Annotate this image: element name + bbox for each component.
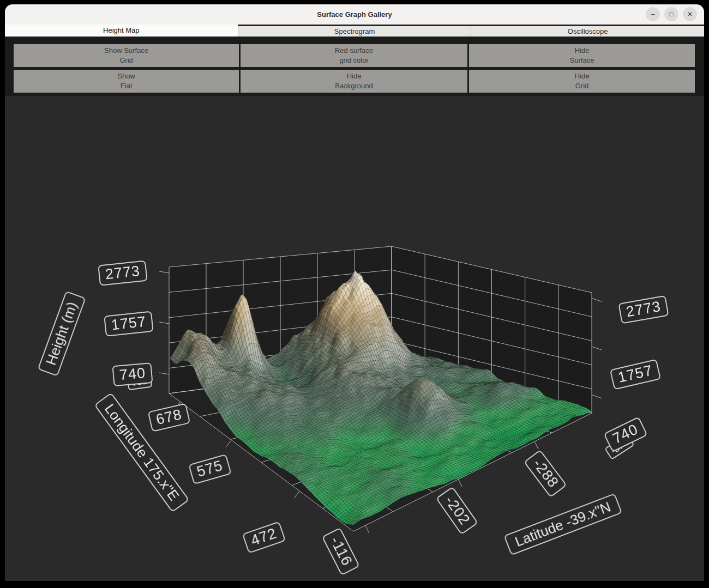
tab-bar: Height Map Spectrogram Oscilloscope [5, 25, 704, 37]
toolbar: Show Surface Grid Red surface grid color… [5, 37, 704, 96]
button-label: Grid [14, 56, 239, 65]
button-label: Hide [469, 46, 695, 56]
close-button[interactable]: ✕ [683, 7, 697, 21]
button-label: Hide [241, 71, 467, 81]
titlebar[interactable]: Surface Graph Gallery – □ ✕ [5, 4, 704, 25]
hide-grid-button[interactable]: Hide Grid [469, 70, 695, 93]
tab-oscilloscope[interactable]: Oscilloscope [471, 26, 704, 37]
button-label: Red surface [241, 46, 467, 56]
button-label: Hide [469, 71, 695, 81]
close-icon: ✕ [683, 7, 697, 21]
button-label: Grid [469, 81, 695, 91]
minimize-icon: – [646, 7, 660, 21]
tab-spectrogram[interactable]: Spectrogram [238, 26, 471, 37]
button-label: Show [14, 71, 239, 81]
show-surface-grid-button[interactable]: Show Surface Grid [14, 44, 239, 67]
maximize-button[interactable]: □ [664, 7, 678, 21]
app-window: Surface Graph Gallery – □ ✕ Height Map S… [5, 4, 704, 581]
hide-background-button[interactable]: Hide Background [241, 70, 467, 93]
button-label: grid color [241, 56, 467, 65]
surface-grid-color-button[interactable]: Red surface grid color [241, 44, 467, 67]
button-label: Surface [469, 56, 695, 65]
hide-surface-button[interactable]: Hide Surface [469, 44, 695, 67]
screen: Surface Graph Gallery – □ ✕ Height Map S… [0, 0, 709, 588]
button-label: Flat [14, 81, 239, 91]
minimize-button[interactable]: – [646, 7, 660, 21]
height-tick-740-left: 740 [112, 362, 153, 386]
button-label: Background [241, 81, 467, 91]
window-title: Surface Graph Gallery [5, 4, 704, 25]
tab-height-map[interactable]: Height Map [5, 25, 238, 37]
maximize-icon: □ [664, 7, 678, 21]
surface-plot-area: Height (m) Longitude 175.x"E Latitude -3… [5, 96, 704, 581]
button-label: Show Surface [14, 46, 239, 56]
show-flat-button[interactable]: Show Flat [14, 70, 239, 93]
